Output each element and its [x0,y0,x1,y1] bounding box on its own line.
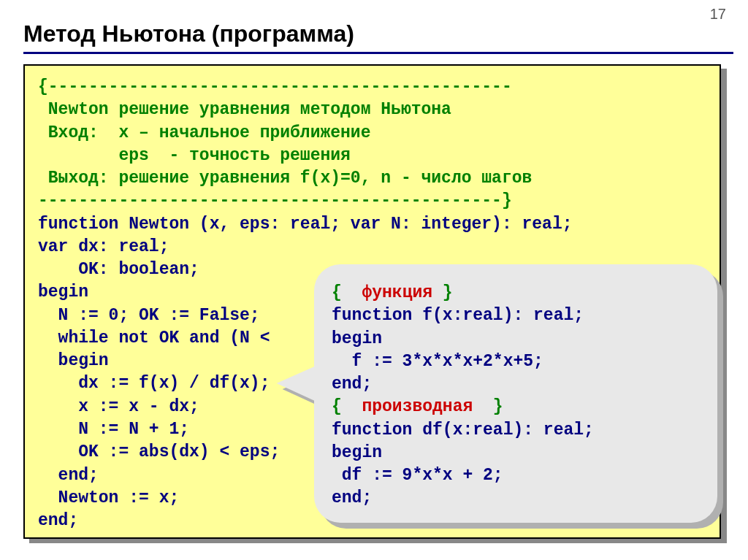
callout-comment: { [332,283,362,302]
code-line: end; [38,511,78,530]
comment-line: Выход: решение уравнения f(x)=0, n - чис… [38,169,532,188]
code-line: begin [38,351,109,370]
code-line: function Newton (x, eps: real; var N: in… [38,215,573,234]
page-title: Метод Ньютона (программа) [0,0,748,52]
callout-code: df := 9*x*x + 2; [332,466,503,485]
code-line: var dx: real; [38,237,169,256]
callout-box: { функция } function f(x:real): real; be… [314,264,717,523]
comment-line: Newton решение уравнения методом Ньютона [38,100,451,119]
callout-code: begin [332,443,382,462]
callout-comment: { [332,397,362,416]
callout-code: begin [332,329,382,348]
code-line: N := N + 1; [38,420,189,439]
callout-comment-red: производная [362,397,473,416]
code-line: begin [38,283,88,302]
callout-code: f := 3*x*x*x+2*x+5; [332,352,543,371]
comment-line: Вход: x – начальное приближение [38,123,370,142]
code-line: N := 0; OK := False; [38,306,260,325]
callout-code: function df(x:real): real; [332,421,594,440]
title-underline [23,52,733,54]
callout-comment-red: функция [362,283,432,302]
comment-close: ----------------------------------------… [38,191,512,210]
page-number: 17 [710,6,726,23]
code-line: Newton := x; [38,488,179,507]
code-line: OK := abs(dx) < eps; [38,442,280,461]
callout-comment: } [473,397,503,416]
callout-code: end; [332,375,372,394]
callout-code: function f(x:real): real; [332,306,584,325]
callout-code: end; [332,488,372,507]
code-line: OK: boolean; [38,260,199,279]
code-line: dx := f(x) / df(x); [38,374,270,393]
comment-open: {---------------------------------------… [38,77,512,96]
callout-comment: } [432,283,453,302]
code-line: while not OK and (N < [38,329,270,348]
code-line: x := x - dx; [38,397,199,416]
comment-line: eps - точность решения [38,146,351,165]
code-line: end; [38,466,99,485]
